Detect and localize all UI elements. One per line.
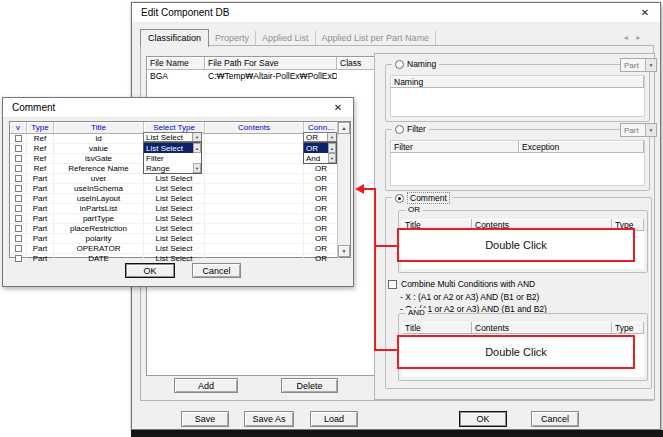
table-scrollbar[interactable]: ▲ ▼	[337, 122, 350, 257]
main-dialog-titlebar[interactable]: Edit Component DB ✕	[132, 3, 660, 23]
close-icon[interactable]: ✕	[325, 98, 351, 117]
row-checkbox[interactable]	[15, 205, 22, 212]
combine-line-x: - X : (A1 or A2 or A3) AND (B1 or B2)	[400, 292, 539, 302]
filter-scope-combo[interactable]: Part ▼	[620, 123, 657, 137]
tab-scroll-arrows[interactable]: ◄►	[622, 34, 648, 41]
row-checkbox[interactable]	[15, 195, 22, 202]
cell-conn: OR	[304, 234, 339, 243]
cell-select-type: List Select	[144, 254, 205, 263]
tab-prev-icon[interactable]: ◄	[622, 34, 635, 41]
comment-condition-row[interactable]: PartOPERATORList SelectOR	[10, 244, 339, 254]
comment-ok-button[interactable]: OK	[125, 263, 175, 278]
comment-dialog-titlebar[interactable]: Comment ✕	[3, 98, 353, 118]
col-class[interactable]: Class	[337, 57, 377, 70]
close-icon[interactable]: ✕	[632, 3, 658, 22]
add-button[interactable]: Add	[174, 378, 238, 393]
row-checkbox[interactable]	[15, 225, 22, 232]
cell-contents	[205, 234, 304, 243]
scroll-down-icon[interactable]: ▼	[338, 245, 350, 257]
row-checkbox[interactable]	[15, 135, 22, 142]
tab-next-icon[interactable]: ►	[635, 34, 648, 41]
row-checkbox[interactable]	[15, 245, 22, 252]
select-type-combo[interactable]: List Select ▼	[143, 132, 202, 142]
naming-list[interactable]: Naming	[390, 75, 645, 117]
tab-applied-list-per-part-name[interactable]: Applied List per Part Name	[316, 31, 437, 46]
load-button[interactable]: Load	[310, 411, 358, 427]
comment-condition-row[interactable]: PartpolarityList SelectOR	[10, 234, 339, 244]
select-type-dropdown-list[interactable]: ▲ ▼ List SelectFilterRange	[143, 142, 202, 174]
cell-type: Ref	[27, 154, 54, 163]
file-row[interactable]: BGAC:₩Temp₩Altair-PollEx₩PollExDFM'	[147, 70, 377, 82]
row-checkbox[interactable]	[15, 165, 22, 172]
conn-combo[interactable]: OR ▼	[303, 132, 337, 142]
chevron-down-icon[interactable]: ▼	[645, 59, 656, 71]
chevron-down-icon[interactable]: ▼	[645, 124, 656, 136]
cancel-button[interactable]: Cancel	[531, 411, 579, 427]
tab-applied-list[interactable]: Applied List	[256, 31, 316, 46]
cell-select-type: List Select	[144, 174, 205, 183]
comment-cancel-button[interactable]: Cancel	[192, 263, 241, 278]
row-checkbox[interactable]	[15, 255, 22, 262]
exception-column-header[interactable]: Exception	[519, 141, 644, 153]
cell-conn: OR	[304, 214, 339, 223]
scroll-down-icon[interactable]: ▼	[328, 153, 336, 163]
comment-condition-row[interactable]: PartpartTypeList SelectOR	[10, 214, 339, 224]
row-checkbox[interactable]	[15, 145, 22, 152]
comment-condition-row[interactable]: PartuseInLayoutList SelectOR	[10, 194, 339, 204]
tab-classification[interactable]: Classification	[140, 29, 209, 47]
and-col-contents[interactable]: Contents	[472, 322, 612, 334]
delete-button[interactable]: Delete	[281, 378, 338, 393]
row-checkbox[interactable]	[15, 175, 22, 182]
dropdown-option[interactable]: Filter	[144, 153, 201, 163]
chevron-down-icon[interactable]: ▼	[192, 133, 201, 141]
comment-col-type[interactable]: Type	[27, 122, 54, 134]
row-checkbox[interactable]	[15, 185, 22, 192]
comment-col-title[interactable]: Title	[54, 122, 144, 134]
scroll-up-icon[interactable]: ▲	[193, 143, 201, 153]
cell-title: polarity	[54, 234, 144, 243]
and-col-title[interactable]: Title	[402, 322, 472, 334]
cell-contents	[205, 224, 304, 233]
filter-column-header[interactable]: Filter	[391, 141, 519, 153]
cell-title: Reference Name	[54, 164, 144, 173]
row-checkbox[interactable]	[15, 235, 22, 242]
naming-radio[interactable]	[395, 60, 404, 69]
tab-property[interactable]: Property	[209, 31, 256, 46]
col-file-path[interactable]: File Path For Save	[205, 57, 337, 70]
filter-radio-row[interactable]: Filter	[392, 124, 429, 134]
cell-check	[10, 174, 27, 183]
scroll-up-icon[interactable]: ▲	[338, 122, 350, 134]
comment-col-contents[interactable]: Contents	[205, 122, 304, 134]
comment-condition-row[interactable]: PartinPartsListList SelectOR	[10, 204, 339, 214]
comment-radio[interactable]	[395, 194, 404, 203]
cell-check	[10, 194, 27, 203]
naming-column-header[interactable]: Naming	[391, 76, 644, 88]
comment-condition-row[interactable]: PartuseInSchemaList SelectOR	[10, 184, 339, 194]
naming-scope-combo[interactable]: Part ▼	[620, 58, 657, 72]
scroll-down-icon[interactable]: ▼	[193, 163, 201, 173]
filter-radio[interactable]	[395, 125, 404, 134]
conn-dropdown-list[interactable]: ▲ ▼ ORAnd	[303, 142, 337, 164]
save-button[interactable]: Save	[181, 411, 229, 427]
comment-condition-row[interactable]: PartuverList SelectOR	[10, 174, 339, 184]
ok-button[interactable]: OK	[459, 411, 507, 427]
combine-checkbox[interactable]	[388, 280, 397, 289]
cell-type: Part	[27, 184, 54, 193]
scroll-up-icon[interactable]: ▲	[328, 143, 336, 153]
col-file-name[interactable]: File Name	[147, 57, 205, 70]
chevron-down-icon[interactable]: ▼	[327, 133, 336, 141]
comment-col-v[interactable]: v	[10, 122, 27, 134]
row-checkbox[interactable]	[15, 215, 22, 222]
cell-conn: OR	[304, 244, 339, 253]
annotation-line	[374, 188, 376, 351]
naming-groupbox: Naming Naming	[385, 64, 650, 122]
cell-type: Ref	[27, 164, 54, 173]
comment-radio-row[interactable]: Comment	[392, 192, 453, 204]
and-col-type[interactable]: Type	[612, 322, 644, 334]
comment-condition-row[interactable]: PartplaceRestrictionList SelectOR	[10, 224, 339, 234]
combine-checkbox-row[interactable]: Combine Multi Conditions with AND	[388, 279, 535, 289]
row-checkbox[interactable]	[15, 155, 22, 162]
filter-list[interactable]: Filter Exception	[390, 140, 645, 186]
naming-radio-row[interactable]: Naming	[392, 59, 439, 69]
save-as-button[interactable]: Save As	[244, 411, 294, 427]
